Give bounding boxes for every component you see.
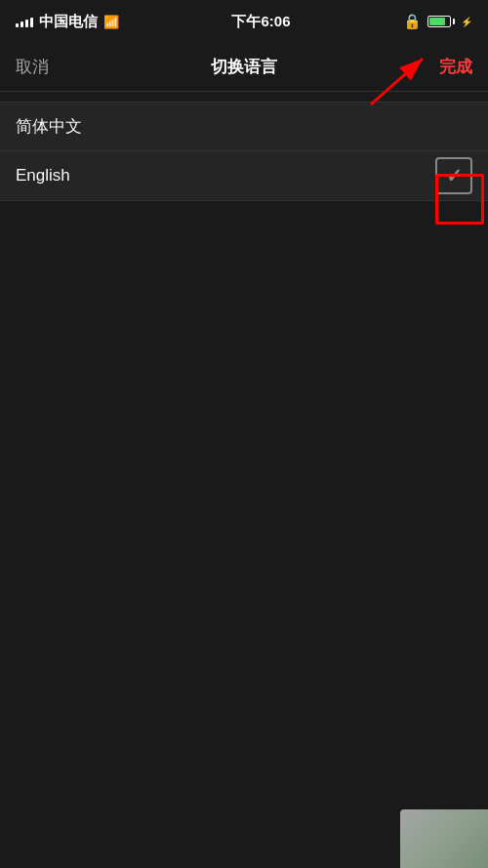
status-bar: 中国电信 📶 下午6:06 🔒 ⚡ [0, 0, 488, 43]
charging-icon: ⚡ [461, 17, 472, 27]
thumbnail-preview [400, 809, 488, 868]
status-indicators: 🔒 ⚡ [403, 13, 472, 30]
cancel-button[interactable]: 取消 [16, 56, 49, 78]
annotation-box-checkmark [435, 174, 484, 225]
done-button[interactable]: 完成 [439, 56, 472, 78]
battery-icon [427, 16, 455, 27]
status-time: 下午6:06 [231, 13, 290, 31]
status-carrier: 中国电信 📶 [16, 13, 119, 31]
simplified-chinese-label: 简体中文 [16, 115, 82, 138]
list-item[interactable]: 简体中文 [0, 103, 488, 151]
svg-line-1 [371, 59, 423, 104]
annotation-arrow-done [356, 51, 434, 109]
signal-icon [16, 16, 33, 27]
lock-icon: 🔒 [403, 13, 422, 30]
carrier-name: 中国电信 [39, 13, 98, 31]
wifi-icon: 📶 [103, 15, 119, 29]
list-item-english[interactable]: English ✓ [0, 151, 488, 200]
language-list: 简体中文 English ✓ [0, 102, 488, 201]
page-title: 切换语言 [211, 56, 277, 78]
english-label: English [16, 166, 70, 186]
